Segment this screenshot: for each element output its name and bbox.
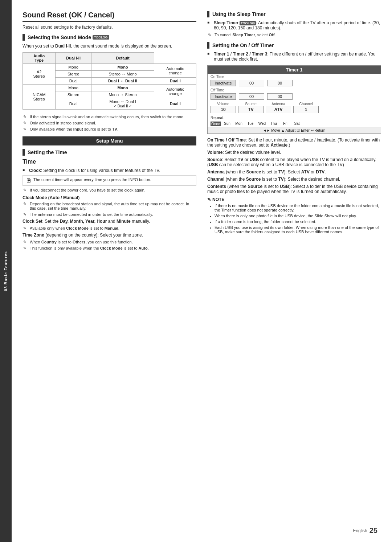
nicam-dual-dual: Mono ↔ Dual I✓ Dual II ✓ (91, 98, 154, 110)
setting-time-header: Setting the Time (23, 149, 196, 156)
note-box: ✎ NOTE If there is no music file on the … (207, 197, 381, 234)
channel-desc: Channel (when the Source is set to TV): … (207, 177, 381, 182)
note-input-tv: Only available when the Input source is … (23, 127, 196, 131)
a2-dual-dual: Dual I ↔ Dual II (91, 78, 154, 85)
info-box: 🖹 The current time will appear every tim… (23, 175, 196, 186)
note-pencil-icon: ✎ (207, 197, 211, 202)
sound-mode-bar (23, 34, 25, 41)
timer-nav: ◄► Move ▲ Adjust ☑ Enter ↩ Return (208, 127, 381, 134)
antenna-desc: Antenna (when the Source is set to TV): … (207, 169, 381, 174)
nicam-mono-dual: Mono (91, 85, 154, 91)
left-column: Sound Reset (OK / Cancel) Reset all soun… (23, 11, 196, 531)
sound-mode-header: Selecting the Sound Mode TOOLS⚙ (23, 34, 196, 41)
source-desc: Source: Select TV or USB content to be p… (207, 157, 381, 167)
note-item-3: If a folder name is too long, the folder… (215, 219, 381, 224)
nicam-mono-type: Mono (56, 85, 91, 91)
source-label: Source (238, 102, 264, 106)
note-item-4: Each USB you use is assigned its own fol… (215, 225, 381, 234)
col-default: Default (91, 53, 154, 64)
group-nicam: NICAMStereo (23, 85, 56, 110)
day-tue: Tue (245, 122, 256, 126)
note-stereo-weak: If the stereo signal is weak and an auto… (23, 115, 196, 119)
off-time-m: 00 (267, 93, 293, 100)
note-stereo-activated: Only activated in stereo sound signal. (23, 121, 196, 125)
on-off-time-desc: On Time / Off Time: Set the hour, minute… (207, 137, 381, 148)
note-auto-clock: This function is only available when the… (23, 246, 196, 250)
on-off-timer-bar (207, 42, 209, 49)
clock-bullet: Clock: Setting the clock is for using va… (23, 168, 196, 173)
sleep-timer-cancel: To cancel Sleep Timer, select Off. (207, 33, 381, 37)
a2-dual-type: Dual (56, 78, 91, 85)
off-time-row: Inactivate 00 00 (208, 92, 381, 101)
day-thu: Thu (269, 122, 279, 126)
off-time-h: 00 (239, 93, 264, 100)
sleep-timer-desc: Sleep Timer TOOLS⚙: Automatically shuts … (207, 20, 381, 30)
note-item-2: When there is only one photo file in the… (215, 214, 381, 218)
a2-stereo-dual: Stereo ↔ Mono (91, 71, 154, 78)
clock-set-desc: Clock Set: Set the Day, Month, Year, Hou… (23, 219, 196, 224)
ch-col: Channel 1 (293, 102, 319, 113)
page-number: 25 (369, 526, 377, 535)
nicam-dual-type: Dual (56, 98, 91, 110)
note-item-1: If there is no music file on the USB dev… (215, 204, 381, 212)
note-available-manual: Available only when Clock Mode is set to… (23, 226, 196, 230)
nicam-stereo-dual: Mono ↔ Stereo (91, 91, 154, 98)
page-container: 03 Basic Features Sound Reset (OK / Canc… (0, 0, 392, 542)
setup-menu-box: Setup Menu (23, 136, 196, 145)
audio-table: AudioType Dual I-II Default A2Stereo Mon… (23, 52, 196, 110)
timer-vol-src-row: Volume 10 Source TV Antenna ATV Channel … (208, 101, 381, 114)
nicam-dual-default: Dual I (154, 98, 196, 110)
info-box-text: The current time will appear every time … (33, 177, 151, 182)
vol-col: Volume 10 (211, 102, 236, 113)
timer-title: Timer 1 (208, 66, 381, 74)
sound-mode-desc: When you set to Dual I-II, the current s… (23, 44, 196, 49)
repeat-row: Repeat (208, 114, 381, 121)
repeat-once: Once (211, 122, 221, 126)
a2-stereo-type: Stereo (56, 71, 91, 78)
table-row: A2Stereo Mono Mono Automaticchange (23, 64, 196, 71)
on-time-label: On Time (208, 74, 381, 79)
right-column: Using the Sleep Timer Sleep Timer TOOLS⚙… (207, 11, 381, 531)
sleep-timer-bar (207, 11, 209, 17)
nicam-mono-default: Automaticchange (154, 85, 196, 98)
contents-desc: Contents (when the Source is set to USB)… (207, 184, 381, 194)
day-sun: Sun (222, 122, 232, 126)
day-fri: Fri (280, 122, 290, 126)
table-row: NICAMStereo Mono Mono Automaticchange (23, 85, 196, 91)
side-tab: 03 Basic Features (0, 0, 12, 542)
note-disconnect: If you disconnect the power cord, you ha… (23, 188, 196, 192)
sleep-timer-title: Using the Sleep Timer (212, 11, 266, 17)
main-content: Sound Reset (OK / Cancel) Reset all soun… (12, 0, 392, 542)
antenna-value: ATV (266, 106, 291, 113)
on-time-inactive: Inactivate (211, 80, 236, 86)
note-auto-time: Depending on the broadcast station and s… (23, 202, 196, 210)
a2-mono-dual: Mono (91, 64, 154, 71)
time-title: Time (23, 159, 196, 165)
setting-time-bar (23, 149, 25, 156)
note-list: If there is no music file on the USB dev… (207, 204, 381, 234)
nicam-stereo-type: Stereo (56, 91, 91, 98)
language-label: English (353, 528, 367, 533)
on-time-h: 00 (239, 80, 264, 86)
channel-label: Channel (293, 102, 319, 106)
a2-mono-type: Mono (56, 64, 91, 71)
off-time-label: Off Time (208, 87, 381, 92)
ant-col: Antenna ATV (266, 102, 291, 113)
note-title: ✎ NOTE (207, 197, 381, 202)
time-zone-desc: Time Zone (depending on the country): Se… (23, 233, 196, 238)
setting-time-title: Setting the Time (28, 149, 67, 155)
col-dual: Dual I-II (56, 53, 91, 64)
src-col: Source TV (238, 102, 264, 113)
sound-reset-desc: Reset all sound settings to the factory … (23, 25, 196, 30)
on-off-timer-title: Setting the On / Off Timer (212, 42, 274, 48)
note-country-others: When Country is set to Others, you can u… (23, 240, 196, 244)
col-audio-type: AudioType (23, 53, 56, 64)
note-antenna-time: The antenna must be connected in order t… (23, 212, 196, 217)
day-mon: Mon (234, 122, 244, 126)
on-off-timer-header: Setting the On / Off Timer (207, 42, 381, 49)
side-tab-text: 03 Basic Features (4, 251, 8, 291)
info-icon: 🖹 (26, 177, 31, 184)
note-label: NOTE (212, 197, 224, 202)
on-off-timer-desc: Timer 1 / Timer 2 / Timer 3: Three diffe… (207, 52, 381, 62)
timer-days-row: Once Sun Mon Tue Wed Thu Fri Sat (208, 121, 381, 127)
